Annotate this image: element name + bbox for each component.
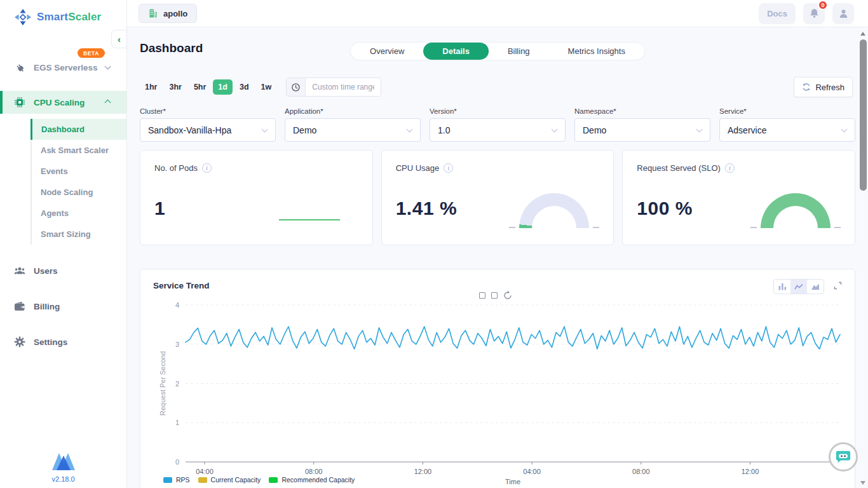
range-3hr[interactable]: 3hr [164, 79, 186, 95]
pods-value: 1 [154, 198, 165, 219]
sidebar-item-events[interactable]: Events [32, 161, 126, 182]
bell-icon [809, 8, 820, 19]
version-select[interactable]: 1.0 [430, 118, 566, 142]
filter-label: Cluster* [140, 107, 276, 115]
sidebar-item-node-scaling[interactable]: Node Scaling [32, 182, 126, 203]
org-selector[interactable]: apollo [139, 4, 197, 23]
sidebar-item-egs-serverless[interactable]: BETA EGS Serverless [0, 57, 126, 78]
custom-time-range-input[interactable] [306, 78, 381, 96]
sidebar-footer: v2.18.0 [0, 451, 126, 483]
chat-widget-button[interactable] [829, 442, 858, 471]
topbar: apollo Docs 0 [127, 0, 868, 27]
range-1w[interactable]: 1w [256, 79, 277, 95]
filter-namespace: Namespace* Demo [574, 107, 710, 142]
filter-version: Version* 1.0 [430, 107, 566, 142]
refresh-icon [802, 83, 811, 92]
sidebar-item-billing[interactable]: Billing [0, 295, 126, 317]
org-name: apollo [163, 9, 187, 18]
zoom-reset-icon[interactable] [491, 292, 498, 299]
sidebar-item-users[interactable]: Users [0, 260, 126, 281]
app-version: v2.18.0 [0, 475, 126, 483]
scroll-up-arrow[interactable] [860, 32, 865, 36]
slo-card: Request Served (SLO) i 100 % [622, 150, 855, 245]
x-axis-title: Time [186, 478, 840, 485]
cpu-usage-card: CPU Usage i 1.41 % [381, 150, 614, 245]
filter-label: Application* [285, 107, 421, 115]
chatbot-icon [834, 448, 852, 466]
sidebar-item-label: Billing [34, 302, 60, 311]
sidebar-item-smart-sizing[interactable]: Smart Sizing [32, 224, 126, 245]
filter-label: Service* [719, 107, 855, 115]
wallet-icon [14, 301, 25, 312]
tab-billing[interactable]: Billing [489, 43, 549, 60]
notifications-button[interactable]: 0 [803, 3, 825, 24]
filters-row: Cluster* Sandbox-Vanilla-Hpa Application… [140, 107, 855, 142]
user-icon [838, 8, 849, 19]
svg-text:1: 1 [175, 419, 179, 426]
area-chart-type-button[interactable] [807, 280, 824, 294]
pods-card: No. of Pods i 1 [140, 150, 373, 245]
page-header: Dashboard Overview Details Billing Metri… [127, 27, 868, 67]
custom-time-range [286, 78, 381, 97]
refresh-label: Refresh [815, 83, 844, 92]
sidebar-item-ask-smart-scaler[interactable]: Ask Smart Scaler [32, 140, 126, 161]
line-chart-type-button[interactable] [790, 280, 807, 294]
slo-value: 100 % [637, 198, 693, 219]
sidebar-item-label: Settings [34, 337, 67, 347]
namespace-select[interactable]: Demo [574, 118, 710, 142]
sidebar-collapse-button[interactable]: ‹ [111, 30, 127, 48]
filter-service: Service* Adservice [719, 107, 855, 142]
chevron-up-icon [105, 100, 111, 106]
range-1hr[interactable]: 1hr [140, 79, 162, 95]
namespace-value: Demo [583, 125, 606, 135]
filter-label: Version* [430, 107, 566, 115]
bar-chart-type-button[interactable] [774, 280, 790, 294]
cpu-usage-gauge [519, 193, 589, 228]
beta-badge: BETA [78, 48, 105, 58]
clock-icon [287, 78, 306, 96]
chevron-down-icon [841, 126, 848, 133]
service-select[interactable]: Adservice [719, 118, 855, 142]
svg-text:0: 0 [175, 458, 179, 466]
info-icon[interactable]: i [202, 163, 212, 173]
info-icon[interactable]: i [444, 163, 453, 173]
svg-text:2: 2 [175, 380, 179, 388]
chevron-down-icon [552, 126, 558, 133]
range-3d[interactable]: 3d [234, 79, 254, 95]
cluster-value: Sandbox-Vanilla-Hpa [148, 125, 231, 135]
cluster-select[interactable]: Sandbox-Vanilla-Hpa [140, 118, 276, 142]
svg-text:04:00: 04:00 [196, 468, 214, 475]
scrollbar-thumb[interactable] [860, 39, 867, 191]
zoom-select-icon[interactable] [479, 292, 485, 299]
chart-title: Service Trend [153, 281, 210, 290]
fullscreen-icon[interactable] [834, 281, 842, 292]
scroll-down-arrow[interactable] [860, 481, 865, 485]
brand-name: SmartScaler [37, 11, 101, 24]
filter-label: Namespace* [574, 107, 710, 115]
refresh-button[interactable]: Refresh [794, 77, 853, 97]
sidebar-item-dashboard[interactable]: Dashboard [31, 119, 126, 140]
metric-cards: No. of Pods i 1 CPU Usage i 1.41 % Reque… [140, 150, 855, 245]
sidebar-item-cpu-scaling[interactable]: CPU Scaling [0, 91, 126, 114]
sidebar-item-settings[interactable]: Settings [0, 331, 126, 353]
brand-logo: SmartScaler [0, 0, 126, 26]
sidebar-item-agents[interactable]: Agents [32, 203, 126, 224]
tab-overview[interactable]: Overview [351, 43, 423, 60]
sidebar-item-label: Users [34, 266, 58, 276]
building-icon [148, 8, 158, 18]
application-select[interactable]: Demo [285, 118, 421, 142]
svg-text:12:00: 12:00 [742, 468, 759, 475]
docs-button[interactable]: Docs [759, 3, 796, 24]
topbar-actions: Docs 0 [759, 3, 854, 24]
info-icon[interactable]: i [725, 163, 735, 173]
notification-badge: 0 [818, 0, 828, 10]
range-5hr[interactable]: 5hr [189, 79, 211, 95]
smartscaler-logo-icon [14, 8, 32, 26]
svg-text:3: 3 [175, 341, 179, 348]
profile-button[interactable] [832, 3, 854, 24]
tab-metrics-insights[interactable]: Metrics Insights [549, 43, 644, 60]
range-1d[interactable]: 1d [213, 79, 233, 95]
chevron-down-icon [262, 126, 268, 133]
tab-details[interactable]: Details [423, 43, 489, 60]
svg-text:4: 4 [175, 301, 179, 309]
